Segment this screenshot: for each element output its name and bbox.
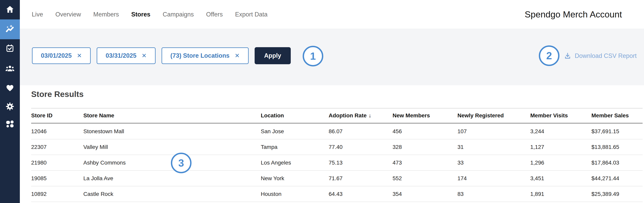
column-header-store-id[interactable]: Store ID: [31, 108, 83, 123]
column-header-adoption-rate-label: Adoption Rate: [329, 112, 366, 119]
download-csv-label: Download CSV Report: [575, 52, 637, 59]
column-header-location[interactable]: Location: [261, 108, 329, 123]
filter-chip-store-locations[interactable]: (73) Store Locations ✕: [162, 47, 249, 64]
tab-members[interactable]: Members: [93, 11, 119, 18]
column-header-member-visits[interactable]: Member Visits: [530, 108, 592, 123]
gear-icon: [5, 102, 14, 111]
sidebar: [0, 0, 20, 203]
cell-store-id: 22307: [31, 139, 83, 155]
filter-chip-start-date-label: 03/01/2025: [41, 52, 72, 59]
table-row: 22307 Valley Mill Tampa 77.40 328 31 1,1…: [31, 139, 642, 155]
cell-member-visits: 1,127: [530, 139, 592, 155]
cell-location: Los Angeles: [261, 155, 329, 171]
sidebar-item-calendar[interactable]: [0, 39, 20, 58]
cell-member-sales: $17,864.03: [592, 155, 642, 171]
sidebar-item-members[interactable]: [0, 59, 20, 78]
apply-button[interactable]: Apply: [254, 47, 291, 64]
top-bar: Live Overview Members Stores Campaigns O…: [20, 0, 644, 29]
home-icon: [5, 5, 14, 14]
filter-chip-row: 03/01/2025 ✕ 03/31/2025 ✕ (73) Store Loc…: [32, 47, 291, 64]
cell-location: Tampa: [261, 139, 329, 155]
close-icon[interactable]: ✕: [235, 53, 240, 59]
table-row: 10892 Castle Rock Houston 64.43 354 83 1…: [31, 186, 642, 202]
cell-member-visits: 3,244: [530, 123, 592, 139]
shapes-icon: [5, 119, 15, 129]
cell-location: San Jose: [261, 123, 329, 139]
annotation-step-2: 2: [539, 45, 560, 66]
heart-icon: [5, 83, 14, 92]
cell-adoption-rate: 64.43: [329, 186, 392, 202]
cell-member-sales: $13,881.65: [592, 139, 642, 155]
download-csv-link[interactable]: Download CSV Report: [564, 52, 637, 60]
cell-new-members: 473: [392, 155, 458, 171]
primary-nav: Live Overview Members Stores Campaigns O…: [32, 0, 268, 29]
annotation-step-1: 1: [303, 46, 323, 66]
filter-chip-end-date[interactable]: 03/31/2025 ✕: [97, 47, 156, 64]
tab-live[interactable]: Live: [32, 11, 43, 18]
tab-campaigns[interactable]: Campaigns: [163, 11, 194, 18]
column-header-member-sales[interactable]: Member Sales: [592, 108, 642, 123]
cell-new-members: 456: [392, 123, 458, 139]
tab-stores[interactable]: Stores: [131, 11, 150, 18]
cell-member-visits: 1,296: [530, 155, 592, 171]
calendar-check-icon: [5, 44, 14, 53]
sidebar-item-apps[interactable]: [0, 114, 20, 133]
cell-member-visits: 1,891: [530, 186, 592, 202]
close-icon[interactable]: ✕: [142, 53, 146, 59]
cell-store-id: 10892: [31, 186, 83, 202]
cell-member-visits: 3,451: [530, 171, 592, 186]
cell-store-name: Valley Mill: [83, 139, 261, 155]
tab-export-data[interactable]: Export Data: [235, 11, 268, 18]
column-header-newly-registered[interactable]: Newly Registered: [458, 108, 530, 123]
cell-new-members: 552: [392, 171, 458, 186]
sort-desc-icon: ↓: [368, 112, 371, 119]
cell-newly-registered: 83: [458, 186, 530, 202]
store-results-table: Store ID Store Name Location Adoption Ra…: [31, 108, 642, 202]
cell-store-name: La Jolla Ave: [83, 171, 261, 186]
cell-location: New York: [261, 171, 329, 186]
cell-new-members: 328: [392, 139, 458, 155]
table-row: 19085 La Jolla Ave New York 71.67 552 17…: [31, 171, 642, 186]
cell-store-name: Stonestown Mall: [83, 123, 261, 139]
group-icon: [5, 64, 15, 73]
cell-member-sales: $44,271.44: [592, 171, 642, 186]
tab-overview[interactable]: Overview: [55, 11, 81, 18]
cell-member-sales: $37,691.15: [592, 123, 642, 139]
table-header-row: Store ID Store Name Location Adoption Ra…: [31, 108, 642, 123]
table-row: 12046 Stonestown Mall San Jose 86.07 456…: [31, 123, 642, 139]
column-header-store-name[interactable]: Store Name: [83, 108, 261, 123]
cell-location: Houston: [261, 186, 329, 202]
column-header-adoption-rate[interactable]: Adoption Rate↓: [329, 108, 392, 123]
tab-offers[interactable]: Offers: [206, 11, 223, 18]
cell-store-id: 19085: [31, 171, 83, 186]
column-header-new-members[interactable]: New Members: [392, 108, 458, 123]
store-results-section: Store Results Store ID Store Name Locati…: [20, 85, 644, 203]
sidebar-item-home[interactable]: [0, 0, 20, 19]
filter-chip-store-locations-label: (73) Store Locations: [170, 52, 230, 59]
table-row: 21980 Ashby Commons Los Angeles 75.13 47…: [31, 155, 642, 171]
account-title: Spendgo Merch Account: [525, 0, 622, 29]
filter-chip-start-date[interactable]: 03/01/2025 ✕: [32, 47, 91, 64]
cell-store-id: 21980: [31, 155, 83, 171]
cell-new-members: 354: [392, 186, 458, 202]
analytics-icon: [5, 24, 15, 34]
sidebar-item-analytics[interactable]: [0, 19, 20, 39]
cell-adoption-rate: 75.13: [329, 155, 392, 171]
download-icon: [564, 52, 572, 60]
sidebar-item-settings[interactable]: [0, 97, 20, 116]
cell-store-id: 12046: [31, 123, 83, 139]
section-heading: Store Results: [31, 90, 84, 99]
cell-adoption-rate: 86.07: [329, 123, 392, 139]
filter-chip-end-date-label: 03/31/2025: [106, 52, 136, 59]
cell-adoption-rate: 71.67: [329, 171, 392, 186]
cell-member-sales: $25,389.49: [592, 186, 642, 202]
cell-newly-registered: 107: [458, 123, 530, 139]
cell-store-name: Castle Rock: [83, 186, 261, 202]
close-icon[interactable]: ✕: [77, 53, 82, 59]
cell-newly-registered: 33: [458, 155, 530, 171]
cell-newly-registered: 31: [458, 139, 530, 155]
cell-newly-registered: 174: [458, 171, 530, 186]
sidebar-item-favorites[interactable]: [0, 78, 20, 97]
page: Live Overview Members Stores Campaigns O…: [0, 0, 644, 203]
annotation-step-3: 3: [171, 153, 192, 173]
